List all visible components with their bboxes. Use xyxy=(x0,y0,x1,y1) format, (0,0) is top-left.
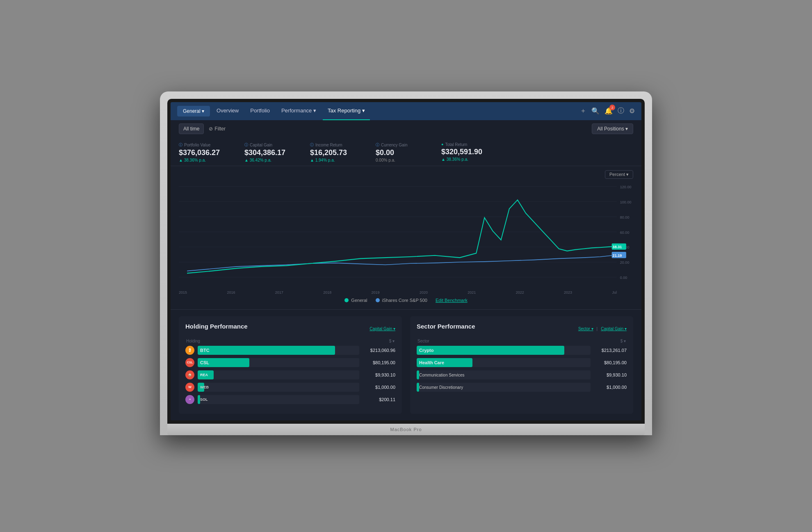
capital-gain-metric: ⓘCapital Gain $304,386.17 ▲ 36.42% p.a. xyxy=(244,142,294,162)
filter-button[interactable]: ⊘ Filter xyxy=(209,126,226,132)
rea-bar: REA xyxy=(198,370,214,379)
btc-icon: ₿ xyxy=(185,346,194,355)
notification-badge: 2 xyxy=(609,105,615,110)
pv-info-icon: ⓘ xyxy=(179,142,182,148)
add-icon[interactable]: ＋ xyxy=(580,107,586,115)
svg-text:80.00: 80.00 xyxy=(620,215,630,219)
svg-text:100.00: 100.00 xyxy=(620,199,632,204)
chart-container: 120.00 100.00 80.00 60.00 40.00 20.00 0.… xyxy=(179,182,633,289)
edit-benchmark-link[interactable]: Edit Benchmark xyxy=(436,298,468,303)
sector-panel-header: Sector Performance Sector ▾ | Capital Ga… xyxy=(417,323,627,335)
ir-info-icon: ⓘ xyxy=(310,142,314,148)
chart-area: Percent ▾ 120.0 xyxy=(171,166,641,309)
performance-chart: 120.00 100.00 80.00 60.00 40.00 20.00 0.… xyxy=(179,182,633,289)
csl-bar: CSL xyxy=(198,358,249,367)
csl-icon: CSL xyxy=(185,358,194,367)
cg-info-icon: ⓘ xyxy=(244,142,248,148)
general-dot xyxy=(344,298,349,302)
currency-gain: $0.00 xyxy=(376,148,425,157)
holding-row-csl: CSL CSL $80,195.00 xyxy=(185,358,395,367)
comms-bar-track: Communication Services xyxy=(417,370,591,379)
legend-general: General xyxy=(344,298,367,303)
sector-row-crypto: Crypto $213,261.07 xyxy=(417,346,627,355)
screen-bezel: General ▾ Overview Portfolio Performance… xyxy=(167,99,645,424)
notification-icon[interactable]: 🔔 2 xyxy=(604,107,613,115)
sector-row-healthcare: Health Care $80,195.00 xyxy=(417,358,627,367)
total-return: $320,591.90 xyxy=(441,148,490,156)
svg-text:120.00: 120.00 xyxy=(620,184,632,189)
currency-gain-change: 0.00% p.a. xyxy=(376,158,425,162)
x-axis-labels: 2015 2016 2017 2018 2019 2020 2021 2022 … xyxy=(179,289,633,295)
chart-type-button[interactable]: Percent ▾ xyxy=(605,170,633,179)
chart-legend: General iShares Core S&P 500 Edit Benchm… xyxy=(179,298,633,303)
svg-text:21.19: 21.19 xyxy=(613,253,622,257)
holding-panel-header: Holding Performance Capital Gain ▾ xyxy=(185,323,395,335)
capital-gain: $304,386.17 xyxy=(244,148,294,157)
settings-icon[interactable]: ⚙ xyxy=(629,107,635,115)
holding-panel-title: Holding Performance xyxy=(185,323,248,330)
tr-info-icon: ● xyxy=(441,142,443,146)
benchmark-dot xyxy=(376,298,380,302)
rea-bar-track: REA xyxy=(198,370,359,379)
holding-sort-link[interactable]: Capital Gain ▾ xyxy=(370,327,395,331)
laptop-base: MacBook Pro xyxy=(167,424,645,435)
screen: General ▾ Overview Portfolio Performance… xyxy=(171,102,641,420)
sector-row-comms: Communication Services $9,930.10 xyxy=(417,370,627,379)
holding-row-rea: 🏠 REA $9,930.10 xyxy=(185,370,395,379)
portfolio-value: $376,036.27 xyxy=(179,148,228,157)
filter-icon: ⊘ xyxy=(209,126,213,132)
web-bar-track: WEB xyxy=(198,383,359,392)
svg-text:38.31: 38.31 xyxy=(613,244,622,249)
svg-text:60.00: 60.00 xyxy=(620,230,630,234)
nav-portfolio-link[interactable]: Portfolio xyxy=(245,102,275,120)
btc-bar-track: BTC xyxy=(198,346,359,355)
sector-col-headers: Sector $ ▾ xyxy=(417,339,627,343)
consumer-bar-track: Consumer Discretionary xyxy=(417,383,591,392)
currency-gain-metric: ⓘCurrency Gain $0.00 0.00% p.a. xyxy=(376,142,425,162)
healthcare-bar-track: Health Care xyxy=(417,358,591,367)
legend-benchmark: iShares Core S&P 500 xyxy=(376,298,427,303)
capital-sort-link[interactable]: Capital Gain ▾ xyxy=(601,327,627,331)
portfolio-value-metric: ⓘPortfolio Value $376,036.27 ▲ 38.36% p.… xyxy=(179,142,228,162)
all-positions-button[interactable]: All Positions ▾ xyxy=(592,123,633,134)
income-return-change: ▲ 1.94% p.a. xyxy=(310,158,359,162)
nav-icons: ＋ 🔍 🔔 2 ⓘ ⚙ xyxy=(580,107,635,115)
web-icon: W xyxy=(185,383,194,392)
rea-icon: 🏠 xyxy=(185,370,194,379)
holding-row-btc: ₿ BTC $213,060.96 xyxy=(185,346,395,355)
btc-bar: BTC xyxy=(198,346,335,355)
toolbar: All time ⊘ Filter All Positions ▾ xyxy=(171,120,641,137)
nav-general-button[interactable]: General ▾ xyxy=(177,106,210,116)
sector-performance-panel: Sector Performance Sector ▾ | Capital Ga… xyxy=(410,316,633,414)
holding-performance-panel: Holding Performance Capital Gain ▾ Holdi… xyxy=(179,316,402,414)
search-icon[interactable]: 🔍 xyxy=(591,107,600,115)
csl-bar-track: CSL xyxy=(198,358,359,367)
sol-bar-track: SOL xyxy=(198,395,359,404)
svg-text:0.00: 0.00 xyxy=(620,275,627,279)
sector-row-consumer: Consumer Discretionary $1,000.00 xyxy=(417,383,627,392)
sector-panel-title: Sector Performance xyxy=(417,323,475,330)
total-return-change: ▲ 38.36% p.a. xyxy=(441,157,490,162)
holding-row-sol: ≡ SOL $200.11 xyxy=(185,395,395,404)
capital-gain-change: ▲ 36.42% p.a. xyxy=(244,158,294,162)
metrics-bar: ⓘPortfolio Value $376,036.27 ▲ 38.36% p.… xyxy=(171,137,641,166)
macbook-label: MacBook Pro xyxy=(390,427,422,432)
curg-info-icon: ⓘ xyxy=(376,142,379,148)
nav-performance-link[interactable]: Performance ▾ xyxy=(276,102,321,120)
crypto-bar-track: Crypto xyxy=(417,346,591,355)
portfolio-change: ▲ 38.36% p.a. xyxy=(179,158,228,162)
sol-icon: ≡ xyxy=(185,395,194,404)
total-return-metric: ●Total Return $320,591.90 ▲ 38.36% p.a. xyxy=(441,142,490,162)
time-filter-button[interactable]: All time xyxy=(179,123,204,134)
income-return: $16,205.73 xyxy=(310,148,359,157)
healthcare-bar: Health Care xyxy=(417,358,472,367)
holding-col-headers: Holding $ ▾ xyxy=(185,339,395,343)
nav-tax-reporting-link[interactable]: Tax Reporting ▾ xyxy=(323,102,370,120)
info-icon[interactable]: ⓘ xyxy=(618,107,624,115)
nav-bar: General ▾ Overview Portfolio Performance… xyxy=(171,102,641,120)
nav-overview-link[interactable]: Overview xyxy=(212,102,244,120)
svg-text:20.00: 20.00 xyxy=(620,260,630,265)
sector-sort-link[interactable]: Sector ▾ xyxy=(578,327,593,331)
holding-row-web: W WEB $1,000.00 xyxy=(185,383,395,392)
crypto-bar: Crypto xyxy=(417,346,564,355)
